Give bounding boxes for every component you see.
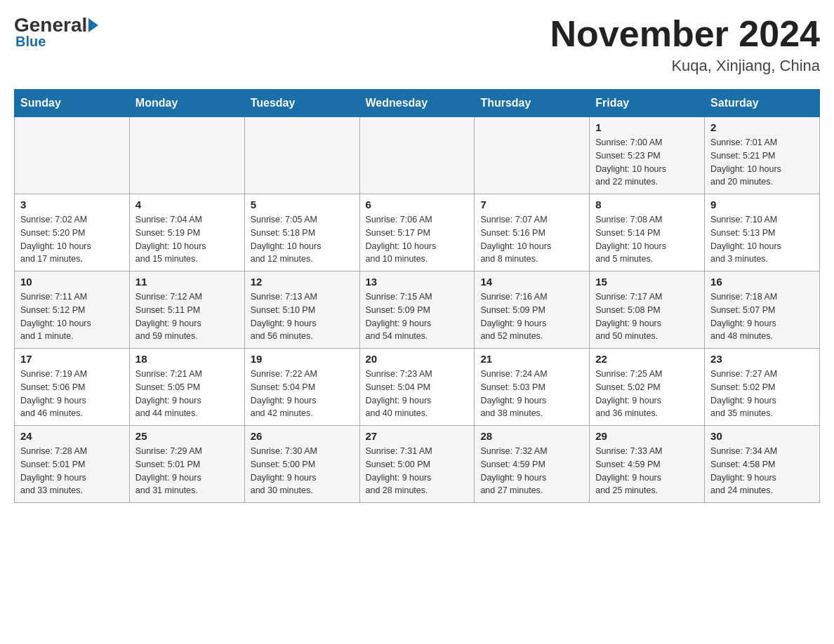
calendar-header: Sunday Monday Tuesday Wednesday Thursday… (15, 90, 820, 117)
calendar-cell: 2Sunrise: 7:01 AM Sunset: 5:21 PM Daylig… (705, 117, 820, 194)
day-number: 28 (480, 430, 583, 442)
calendar-cell: 4Sunrise: 7:04 AM Sunset: 5:19 PM Daylig… (129, 194, 244, 271)
calendar-week-row: 1Sunrise: 7:00 AM Sunset: 5:23 PM Daylig… (15, 117, 820, 194)
day-info: Sunrise: 7:18 AM Sunset: 5:07 PM Dayligh… (710, 290, 814, 343)
day-info: Sunrise: 7:27 AM Sunset: 5:02 PM Dayligh… (710, 368, 814, 420)
day-number: 10 (20, 276, 124, 288)
day-number: 11 (135, 276, 239, 288)
day-number: 1 (595, 121, 699, 133)
calendar-cell: 7Sunrise: 7:07 AM Sunset: 5:16 PM Daylig… (475, 194, 590, 271)
calendar-cell: 12Sunrise: 7:13 AM Sunset: 5:10 PM Dayli… (244, 271, 359, 349)
calendar-cell: 20Sunrise: 7:23 AM Sunset: 5:04 PM Dayli… (359, 349, 475, 426)
day-number: 7 (480, 199, 583, 210)
header-thursday: Thursday (475, 90, 590, 117)
calendar-cell: 18Sunrise: 7:21 AM Sunset: 5:05 PM Dayli… (129, 349, 244, 426)
day-number: 4 (135, 199, 239, 210)
calendar-cell: 27Sunrise: 7:31 AM Sunset: 5:00 PM Dayli… (359, 426, 475, 503)
day-number: 13 (366, 276, 469, 288)
calendar-cell: 16Sunrise: 7:18 AM Sunset: 5:07 PM Dayli… (705, 271, 820, 349)
header-friday: Friday (590, 90, 705, 117)
logo: General Blue (14, 14, 98, 50)
day-info: Sunrise: 7:28 AM Sunset: 5:01 PM Dayligh… (20, 445, 124, 497)
calendar-cell: 24Sunrise: 7:28 AM Sunset: 5:01 PM Dayli… (15, 426, 130, 503)
day-number: 14 (480, 276, 583, 288)
day-number: 26 (251, 430, 354, 442)
calendar-cell: 28Sunrise: 7:32 AM Sunset: 4:59 PM Dayli… (475, 426, 590, 503)
day-number: 29 (595, 430, 699, 442)
day-info: Sunrise: 7:02 AM Sunset: 5:20 PM Dayligh… (20, 213, 124, 266)
calendar-cell: 30Sunrise: 7:34 AM Sunset: 4:58 PM Dayli… (705, 426, 820, 503)
day-number: 22 (595, 353, 699, 365)
day-info: Sunrise: 7:13 AM Sunset: 5:10 PM Dayligh… (251, 290, 354, 343)
header-wednesday: Wednesday (359, 90, 475, 117)
calendar-table: Sunday Monday Tuesday Wednesday Thursday… (14, 89, 820, 503)
calendar-subtitle: Kuqa, Xinjiang, China (550, 57, 820, 75)
day-number: 5 (251, 199, 354, 210)
day-info: Sunrise: 7:04 AM Sunset: 5:19 PM Dayligh… (135, 213, 239, 266)
day-number: 17 (20, 353, 124, 365)
logo-arrow-icon (88, 18, 98, 32)
calendar-cell: 13Sunrise: 7:15 AM Sunset: 5:09 PM Dayli… (359, 271, 475, 349)
calendar-cell: 9Sunrise: 7:10 AM Sunset: 5:13 PM Daylig… (705, 194, 820, 271)
calendar-week-row: 24Sunrise: 7:28 AM Sunset: 5:01 PM Dayli… (15, 426, 820, 503)
day-info: Sunrise: 7:08 AM Sunset: 5:14 PM Dayligh… (595, 213, 699, 266)
calendar-cell: 15Sunrise: 7:17 AM Sunset: 5:08 PM Dayli… (590, 271, 705, 349)
day-info: Sunrise: 7:12 AM Sunset: 5:11 PM Dayligh… (135, 290, 239, 343)
calendar-cell: 22Sunrise: 7:25 AM Sunset: 5:02 PM Dayli… (590, 349, 705, 426)
calendar-cell (129, 117, 244, 194)
title-area: November 2024 Kuqa, Xinjiang, China (550, 14, 820, 75)
calendar-cell: 1Sunrise: 7:00 AM Sunset: 5:23 PM Daylig… (590, 117, 705, 194)
calendar-cell: 26Sunrise: 7:30 AM Sunset: 5:00 PM Dayli… (244, 426, 359, 503)
calendar-week-row: 17Sunrise: 7:19 AM Sunset: 5:06 PM Dayli… (15, 349, 820, 426)
calendar-cell: 29Sunrise: 7:33 AM Sunset: 4:59 PM Dayli… (590, 426, 705, 503)
day-info: Sunrise: 7:19 AM Sunset: 5:06 PM Dayligh… (20, 368, 124, 420)
calendar-cell: 23Sunrise: 7:27 AM Sunset: 5:02 PM Dayli… (705, 349, 820, 426)
weekday-header-row: Sunday Monday Tuesday Wednesday Thursday… (15, 90, 820, 117)
header-monday: Monday (129, 90, 244, 117)
day-number: 27 (366, 430, 469, 442)
header-sunday: Sunday (15, 90, 130, 117)
calendar-cell: 14Sunrise: 7:16 AM Sunset: 5:09 PM Dayli… (475, 271, 590, 349)
header: General Blue November 2024 Kuqa, Xinjian… (14, 14, 820, 75)
day-info: Sunrise: 7:25 AM Sunset: 5:02 PM Dayligh… (595, 368, 699, 420)
calendar-cell (359, 117, 475, 194)
calendar-cell: 5Sunrise: 7:05 AM Sunset: 5:18 PM Daylig… (244, 194, 359, 271)
day-info: Sunrise: 7:01 AM Sunset: 5:21 PM Dayligh… (710, 136, 814, 189)
day-number: 18 (135, 353, 239, 365)
day-info: Sunrise: 7:34 AM Sunset: 4:58 PM Dayligh… (710, 445, 814, 497)
day-number: 8 (595, 199, 699, 210)
day-info: Sunrise: 7:16 AM Sunset: 5:09 PM Dayligh… (480, 290, 583, 343)
day-number: 30 (710, 430, 814, 442)
day-info: Sunrise: 7:22 AM Sunset: 5:04 PM Dayligh… (251, 368, 354, 420)
day-number: 16 (710, 276, 814, 288)
calendar-cell: 3Sunrise: 7:02 AM Sunset: 5:20 PM Daylig… (15, 194, 130, 271)
logo-blue-text: Blue (15, 34, 46, 50)
calendar-cell: 19Sunrise: 7:22 AM Sunset: 5:04 PM Dayli… (244, 349, 359, 426)
day-info: Sunrise: 7:29 AM Sunset: 5:01 PM Dayligh… (135, 445, 239, 497)
day-number: 19 (251, 353, 354, 365)
calendar-body: 1Sunrise: 7:00 AM Sunset: 5:23 PM Daylig… (15, 117, 820, 503)
day-info: Sunrise: 7:31 AM Sunset: 5:00 PM Dayligh… (366, 445, 469, 497)
day-number: 9 (710, 199, 814, 210)
day-number: 24 (20, 430, 124, 442)
day-info: Sunrise: 7:23 AM Sunset: 5:04 PM Dayligh… (366, 368, 469, 420)
day-number: 20 (366, 353, 469, 365)
day-info: Sunrise: 7:11 AM Sunset: 5:12 PM Dayligh… (20, 290, 124, 343)
day-info: Sunrise: 7:05 AM Sunset: 5:18 PM Dayligh… (251, 213, 354, 266)
day-info: Sunrise: 7:30 AM Sunset: 5:00 PM Dayligh… (251, 445, 354, 497)
day-info: Sunrise: 7:00 AM Sunset: 5:23 PM Dayligh… (595, 136, 699, 189)
day-info: Sunrise: 7:15 AM Sunset: 5:09 PM Dayligh… (366, 290, 469, 343)
calendar-cell: 17Sunrise: 7:19 AM Sunset: 5:06 PM Dayli… (15, 349, 130, 426)
day-number: 12 (251, 276, 354, 288)
calendar-cell (15, 117, 130, 194)
day-number: 6 (366, 199, 469, 210)
day-info: Sunrise: 7:24 AM Sunset: 5:03 PM Dayligh… (480, 368, 583, 420)
day-number: 21 (480, 353, 583, 365)
day-info: Sunrise: 7:32 AM Sunset: 4:59 PM Dayligh… (480, 445, 583, 497)
calendar-week-row: 3Sunrise: 7:02 AM Sunset: 5:20 PM Daylig… (15, 194, 820, 271)
day-number: 25 (135, 430, 239, 442)
day-number: 15 (595, 276, 699, 288)
day-info: Sunrise: 7:21 AM Sunset: 5:05 PM Dayligh… (135, 368, 239, 420)
calendar-cell: 21Sunrise: 7:24 AM Sunset: 5:03 PM Dayli… (475, 349, 590, 426)
calendar-cell: 11Sunrise: 7:12 AM Sunset: 5:11 PM Dayli… (129, 271, 244, 349)
